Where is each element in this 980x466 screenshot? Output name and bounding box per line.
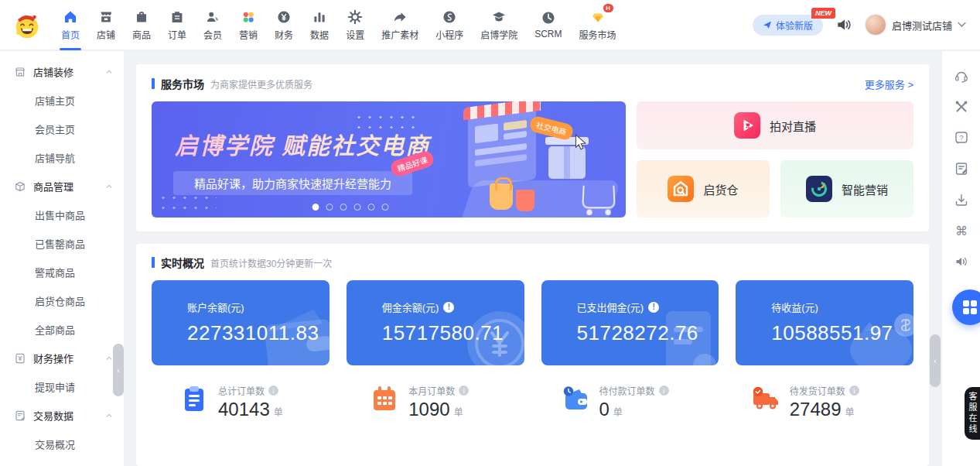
receipt-watermark-icon: [655, 307, 719, 365]
nav-item-scrm[interactable]: SCRM: [526, 0, 570, 50]
sidebar-item-onsale-goods[interactable]: 出售中商品: [0, 200, 124, 229]
info-icon[interactable]: i: [659, 385, 669, 396]
banner-subtitle: 精品好课，助力商家快速提升经营能力: [173, 171, 412, 195]
service-smart-marketing[interactable]: 智能营销: [780, 160, 913, 218]
nav-item-orders[interactable]: 订单: [159, 0, 195, 50]
members-icon: [205, 9, 220, 25]
info-icon[interactable]: i: [459, 385, 469, 396]
stat-unshipped-orders[interactable]: 待发货订单数i 27489单: [723, 384, 913, 420]
stat-unpaid-orders[interactable]: 待付款订单数i 0单: [533, 384, 723, 420]
section-title: 交易数据: [33, 408, 98, 423]
new-badge: NEW: [811, 8, 835, 19]
rail-collapse-handle[interactable]: ‹: [930, 334, 941, 387]
stat-number-row: 40143单: [218, 399, 283, 420]
nav-item-service-market[interactable]: H 服务市场: [571, 0, 625, 50]
feedback-icon[interactable]: [954, 161, 969, 176]
shortcuts-icon[interactable]: ⌘: [954, 223, 969, 238]
nav-item-shop[interactable]: 店铺: [88, 0, 124, 50]
stat-total-orders[interactable]: 总计订单数i 40143单: [152, 384, 342, 420]
balance-card-account[interactable]: 账户余额(元) 227331011.83: [152, 280, 330, 365]
more-services-link[interactable]: 更多服务 >: [865, 77, 913, 91]
balance-card-pending-income[interactable]: 待收益(元) 10588551.97: [736, 280, 913, 365]
service-market-card: 服务市场 为商家提供更多优质服务 更多服务 >: [136, 64, 929, 231]
apps-grid-icon: [963, 300, 977, 314]
stat-value: 40143: [218, 399, 270, 420]
sidebar-item-store-home[interactable]: 店铺主页: [0, 86, 124, 115]
balance-label: 佣金余额(元): [382, 300, 439, 314]
nav-item-data[interactable]: 数据: [302, 0, 337, 50]
nav-item-goods[interactable]: 商品: [124, 0, 159, 50]
sidebar-collapse-handle[interactable]: ‹: [113, 344, 124, 396]
carousel-dot[interactable]: [382, 204, 389, 211]
stat-label-row: 本月订单数i: [408, 384, 469, 397]
home-icon: [63, 9, 78, 25]
store-account-menu[interactable]: 启博测试店铺: [865, 14, 966, 36]
realtime-subtitle: 首页统计数据30分钟更新一次: [210, 256, 332, 269]
sidebar-section-goods-manage[interactable]: 商品管理: [0, 172, 124, 200]
carousel-dot[interactable]: [340, 204, 347, 211]
balance-label: 已支出佣金(元): [577, 300, 644, 314]
tools-icon[interactable]: [954, 99, 969, 115]
stat-value: 0: [599, 399, 610, 420]
store-name: 启博测试店铺: [892, 18, 952, 33]
sidebar-item-warehouse-goods[interactable]: 启货仓商品: [0, 286, 124, 315]
stat-month-orders[interactable]: 本月订单数i 1090单: [342, 384, 532, 420]
service-live-streaming[interactable]: 拍对直播: [637, 101, 913, 149]
goods-icon: [134, 9, 149, 25]
shopping-bag-illustration: [516, 190, 534, 211]
sidebar-item-trade-overview[interactable]: 交易概况: [0, 430, 124, 458]
sidebar-item-trade-analysis[interactable]: 交易分析: [0, 458, 124, 466]
goods-manage-icon: [14, 180, 26, 193]
shopping-bag-illustration: [490, 183, 513, 210]
nav-item-finance[interactable]: 财务: [266, 0, 302, 50]
customer-service-online-tab[interactable]: 客服在线: [965, 387, 980, 440]
sidebar-item-withdraw-request[interactable]: 提现申请: [0, 372, 124, 401]
nav-item-academy[interactable]: 启博学院: [472, 0, 526, 50]
sidebar-section-finance-ops[interactable]: 财务操作: [0, 344, 124, 372]
nav-item-marketing[interactable]: 营销: [230, 0, 266, 50]
sidebar-section-store-decoration[interactable]: 店铺装修: [0, 57, 124, 86]
announcement-speaker-icon[interactable]: [835, 16, 852, 33]
carousel-dot[interactable]: [354, 204, 361, 211]
sidebar-item-all-goods[interactable]: 全部商品: [0, 315, 124, 344]
stat-text: 待付款订单数i 0单: [599, 384, 669, 420]
sidebar-item-store-nav[interactable]: 店铺导航: [0, 143, 124, 172]
sidebar-section-trade-data[interactable]: 交易数据: [0, 401, 124, 430]
primary-nav: 首页 店铺 商品 订单 会员 营销 财务 数据: [53, 0, 625, 50]
try-new-version-button[interactable]: 体验新版 NEW: [753, 15, 823, 36]
finance-icon: [276, 9, 292, 25]
balance-card-commission[interactable]: 佣金余额(元)! 15717580.71: [347, 280, 524, 365]
info-icon[interactable]: i: [849, 385, 859, 396]
nav-item-home[interactable]: 首页: [53, 0, 88, 50]
sidebar-item-warning-goods[interactable]: 警戒商品: [0, 258, 124, 286]
download-icon[interactable]: [954, 192, 969, 207]
nav-item-miniprogram[interactable]: 小程序: [427, 0, 472, 50]
customer-service-icon[interactable]: [954, 68, 969, 84]
chevron-down-icon: [958, 22, 966, 28]
info-icon[interactable]: i: [268, 385, 278, 396]
academy-banner[interactable]: 精品好课 社交电商 启博学院 赋能社交电商 精品好课，助力商家快速提升经营能力: [152, 101, 626, 218]
balance-card-paid-commission[interactable]: 已支出佣金(元)! 51728272.76: [541, 280, 719, 365]
app-logo[interactable]: [12, 10, 42, 39]
nav-label: 设置: [346, 28, 364, 41]
nav-label: 启博学院: [480, 28, 517, 41]
help-icon[interactable]: ?: [954, 130, 969, 146]
carousel-dot[interactable]: [368, 204, 375, 211]
carousel-dot[interactable]: [312, 204, 319, 211]
service-warehouse[interactable]: 启货仓: [637, 160, 770, 218]
nav-label: 财务: [275, 28, 293, 41]
stat-label-row: 待发货订单数i: [790, 384, 859, 397]
info-icon[interactable]: !: [443, 302, 454, 313]
header-right-controls: 体验新版 NEW 启博测试店铺: [753, 14, 966, 36]
announcement-icon[interactable]: [954, 254, 969, 269]
nav-item-members[interactable]: 会员: [195, 0, 230, 50]
sidebar-item-member-home[interactable]: 会员主页: [0, 115, 124, 143]
try-new-label: 体验新版: [776, 19, 813, 32]
live-streaming-icon: [734, 112, 760, 139]
nav-item-settings[interactable]: 设置: [337, 0, 373, 50]
service-market-subtitle: 为商家提供更多优质服务: [210, 77, 312, 91]
sidebar-item-soldout-goods[interactable]: 已售罄商品: [0, 229, 124, 258]
carousel-dot[interactable]: [326, 204, 333, 211]
nav-item-promo-materials[interactable]: 推广素材: [373, 0, 427, 50]
stat-label-row: 总计订单数i: [218, 384, 283, 397]
